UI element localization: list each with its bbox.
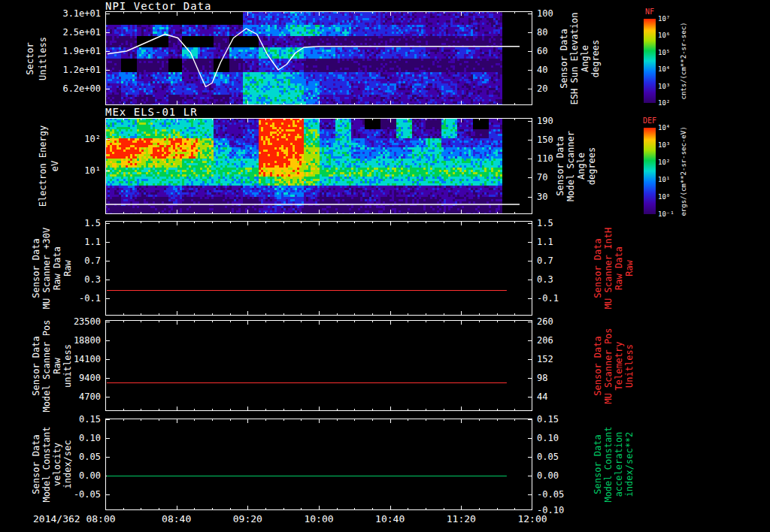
y-axis-title-right-p1: Model Scanner [566,131,575,201]
y-axis-title-left-p3: Sensor Data [32,336,41,395]
y-axis-title-right-p3: Unitless [625,344,634,388]
y-axis-title-right-p3: MU Scanner Pos [604,328,613,404]
y-tick-left-p3: 14100 [74,355,101,364]
x-tick-label: 12:00 [517,514,547,524]
y-tick-right-p1: 30 [537,192,547,201]
y-tick-right-p4: 0.10 [537,434,559,443]
y-axis-title-right-p2: Raw [625,260,634,277]
y-axis-title-right-p3: Telemetry [614,341,623,390]
y-axis-title-left-p0: Sector [26,42,35,74]
panel-title-npi: NPI Vector Data [105,1,211,11]
panel-model-constant-line [105,419,532,510]
panel-npi-spectrogram [105,11,532,105]
y-tick-right-p3: 44 [537,392,547,401]
y-tick-left-p0: 1.9e+01 [62,47,101,56]
panel-mu-scanner-line [105,221,532,316]
colorbar-tick: 10² [658,159,670,166]
colorbar-units-label: cnts/(cm**2-sr-sec) [681,23,687,100]
y-tick-right-p1: 70 [537,173,547,182]
y-tick-right-p3: 152 [537,355,553,364]
y-axis-title-right-p0: ESH Sun Elevation [570,12,579,104]
colorbar-tick: 10⁶ [658,32,670,39]
colorbar-tick: 10² [658,100,670,107]
y-tick-right-p4: 0.15 [537,415,559,424]
y-axis-title-left-p1: eV [50,161,59,171]
y-tick-right-p0: 100 [537,9,553,18]
y-axis-title-left-p1: Electron Energy [38,125,47,207]
y-axis-title-left-p2: Raw [63,260,72,277]
x-tick-label: 10:40 [375,514,405,524]
y-tick-left-p0: 6.2e+00 [62,84,101,93]
y-tick-left-p3: 9400 [79,373,101,382]
y-axis-title-right-p2: Raw Data [614,246,623,290]
y-tick-left-p2: 0.7 [84,256,101,265]
y-tick-left-p1: 10¹ [84,166,101,175]
els-spectrogram-canvas [105,118,532,214]
y-tick-left-p4: 0.15 [79,415,101,424]
y-tick-left-p3: 4700 [79,392,101,401]
y-axis-title-right-p4: acceleration [614,432,623,497]
y-axis-title-right-p4: index/sec**2 [625,432,634,497]
y-tick-right-p3: 98 [537,373,547,382]
y-axis-title-right-p2: Sensor Data [593,238,602,298]
colorbar-tick: 10⁵ [658,49,670,56]
y-tick-left-p2: -0.1 [79,294,101,303]
y-tick-right-p1: 150 [537,135,553,144]
x-tick-label: 08:40 [162,514,191,524]
y-axis-title-right-p0: Sensor Data [559,29,568,88]
x-tick-label: 10:00 [304,514,333,524]
y-tick-right-p0: 80 [537,28,547,37]
y-tick-left-p0: 3.1e+01 [62,9,101,18]
colorbar-tick: 10⁴ [658,66,670,73]
y-axis-title-right-p3: Sensor Data [593,336,602,395]
colorbar-tick: 10³ [658,83,670,89]
model-constant-line-canvas [105,419,532,510]
y-axis-title-left-p4: index/sec [63,440,72,488]
panel-els-spectrogram [105,118,532,214]
colorbar-tick: 10³ [658,142,670,149]
y-tick-right-p0: 20 [537,84,547,93]
y-axis-title-right-p4: Sensor Data [593,434,602,494]
y-axis-title-left-p4: Model Constant [42,426,51,502]
y-axis-title-right-p0: Angle [581,44,590,71]
y-axis-title-left-p2: MU Scanner +30V [42,228,51,309]
y-axis-title-right-p4: Model Constant [604,426,613,502]
y-axis-title-left-p3: Raw [53,358,62,374]
y-tick-right-p2: 1.5 [537,219,553,228]
y-axis-title-right-p0: degrees [591,39,600,77]
y-tick-left-p2: 1.5 [84,219,101,228]
y-tick-left-p4: 0.00 [79,471,101,480]
y-tick-right-p4: 0.05 [537,452,559,461]
scanner-pos-line-canvas [105,320,532,411]
y-tick-left-p1: 10² [84,135,101,144]
y-tick-left-p2: 1.1 [84,237,101,246]
y-tick-right-p4: -0.05 [537,490,564,499]
colorbar-tick: 10⁻¹ [658,211,675,218]
telemetry-plot-screen: NPI Vector Data MEx ELS-01 LR NF DEF 201… [0,0,770,532]
y-tick-left-p3: 18800 [74,336,101,345]
npi-spectrogram-canvas [105,11,532,105]
y-tick-right-p2: 0.3 [537,275,553,284]
y-axis-title-right-p1: Sensor Data [556,136,565,195]
y-axis-title-right-p1: Angle [577,153,586,180]
panel-title-els: MEx ELS-01 LR [105,107,198,117]
y-axis-title-left-p2: Sensor Data [32,238,41,298]
colorbar-tick: 10⁰ [658,194,670,201]
y-tick-right-p2: 1.1 [537,237,553,246]
y-axis-title-left-p0: Unitless [38,37,47,80]
y-tick-left-p4: 0.10 [79,434,101,443]
colorbar-units-label: ergs/(cm**2-sr-sec-eV) [681,126,687,216]
def-colorbar [644,128,656,214]
y-axis-title-left-p4: Sensor Data [32,434,41,494]
y-tick-left-p4: -0.05 [74,490,101,499]
y-tick-left-p0: 1.2e+01 [62,65,101,74]
y-axis-title-right-p1: degrees [587,147,596,186]
y-tick-right-p1: 190 [537,116,553,125]
nf-colorbar-title: NF [645,8,654,16]
y-tick-right-p3: 260 [537,317,553,326]
y-tick-right-p0: 60 [537,47,547,56]
y-tick-right-p2: -0.1 [537,294,559,303]
y-axis-title-left-p3: Model Scanner Pos [42,319,51,412]
y-tick-right-p3: 206 [537,336,553,345]
y-tick-right-p0: 40 [537,65,547,74]
